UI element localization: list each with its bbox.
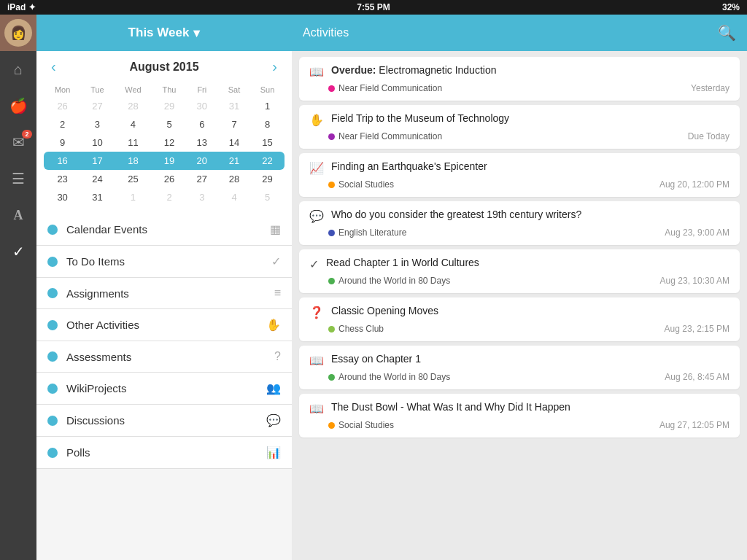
calendar-day[interactable]: 28: [114, 97, 153, 115]
avatar[interactable]: 👩: [0, 15, 36, 51]
filter-dot-wiki: [47, 384, 58, 394]
filter-todo-items[interactable]: To Do Items ✓: [36, 246, 292, 278]
calendar-day[interactable]: 6: [186, 115, 218, 133]
filter-dot-polls: [47, 448, 58, 458]
activity-title: Read Chapter 1 in World Cultures: [326, 257, 729, 268]
polls-icon: 📊: [266, 446, 281, 459]
calendar-day[interactable]: 12: [152, 133, 185, 152]
activity-card[interactable]: ✓Read Chapter 1 in World CulturesAround …: [299, 249, 740, 293]
calendar-day[interactable]: 3: [81, 115, 113, 133]
calendar-day[interactable]: 9: [44, 133, 81, 152]
calendar-day[interactable]: 5: [250, 188, 285, 206]
calendar-day[interactable]: 29: [250, 170, 285, 188]
filter-label-wikiprojects: WikiProjects: [66, 382, 266, 394]
activity-type-icon: 📖: [309, 65, 324, 79]
calendar-day[interactable]: 20: [186, 152, 218, 170]
tag-color-dot: [328, 278, 335, 284]
activity-type-icon: 📖: [309, 402, 324, 416]
calendar-day[interactable]: 24: [81, 170, 113, 188]
font-icon: A: [14, 208, 23, 223]
calendar-day[interactable]: 1: [250, 97, 285, 115]
calendar-day[interactable]: 30: [44, 188, 81, 206]
calendar-day[interactable]: 10: [81, 133, 113, 152]
calendar-day[interactable]: 5: [152, 115, 185, 133]
calendar-day[interactable]: 22: [250, 152, 285, 170]
activity-type-icon: 💬: [309, 209, 324, 223]
calendar-day[interactable]: 14: [218, 133, 250, 152]
discussions-icon: 💬: [266, 413, 281, 427]
filter-label-assignments: Assignments: [66, 287, 274, 300]
calendar-day[interactable]: 23: [44, 170, 81, 188]
calendar-day[interactable]: 29: [152, 97, 185, 115]
sidebar-item-apple[interactable]: 🍎: [0, 88, 36, 124]
this-week-title: This Week: [128, 26, 190, 40]
activity-card[interactable]: ✋Field Trip to the Museum of TechnologyN…: [299, 105, 740, 149]
calendar-day[interactable]: 31: [81, 188, 113, 206]
filter-calendar-events[interactable]: Calendar Events ▦: [36, 214, 292, 246]
sidebar-item-check[interactable]: ✓: [0, 233, 36, 270]
calendar-icon: ▦: [270, 222, 281, 236]
home-icon: ⌂: [14, 61, 23, 78]
next-month-button[interactable]: ›: [265, 58, 285, 75]
calendar-day[interactable]: 16: [44, 152, 81, 170]
calendar-day[interactable]: 3: [186, 188, 218, 206]
calendar-day[interactable]: 18: [114, 152, 153, 170]
filter-wikiprojects[interactable]: WikiProjects 👥: [36, 373, 292, 405]
tag-color-dot: [328, 230, 335, 236]
calendar-day[interactable]: 2: [152, 188, 185, 206]
calendar-day[interactable]: 26: [152, 170, 185, 188]
calendar-day[interactable]: 27: [186, 170, 218, 188]
search-button[interactable]: 🔍: [718, 24, 736, 42]
activity-card[interactable]: ❓Classic Opening MovesChess ClubAug 23, …: [299, 298, 740, 341]
calendar-day[interactable]: 30: [186, 97, 218, 115]
calendar-day[interactable]: 4: [114, 115, 153, 133]
calendar-day[interactable]: 19: [152, 152, 185, 170]
sidebar-item-list[interactable]: ☰: [0, 160, 36, 197]
filter-assignments[interactable]: Assignments ≡: [36, 278, 292, 309]
calendar-day[interactable]: 31: [218, 97, 250, 115]
activity-card[interactable]: 📖Essay on Chapter 1Around the World in 8…: [299, 346, 740, 389]
calendar-day[interactable]: 7: [218, 115, 250, 133]
calendar-day[interactable]: 25: [114, 170, 153, 188]
time-display: 7:55 PM: [357, 2, 390, 12]
sidebar-item-mail[interactable]: ✉ 2: [0, 124, 36, 160]
activity-type-icon: ✓: [309, 257, 319, 271]
calendar-day[interactable]: 17: [81, 152, 113, 170]
tag-label: Social Studies: [338, 179, 394, 190]
icon-sidebar: 👩 ⌂ 🍎 ✉ 2 ☰ A ✓: [0, 15, 36, 560]
calendar-day[interactable]: 8: [250, 115, 285, 133]
calendar-day[interactable]: 1: [114, 188, 153, 206]
sidebar-item-home[interactable]: ⌂: [0, 51, 36, 88]
calendar-day[interactable]: 2: [44, 115, 81, 133]
calendar-day[interactable]: 26: [44, 97, 81, 115]
activity-card[interactable]: 💬Who do you consider the greatest 19th c…: [299, 201, 740, 245]
right-header: Activities 🔍: [292, 15, 747, 51]
filter-discussions[interactable]: Discussions 💬: [36, 405, 292, 437]
filter-other-activities[interactable]: Other Activities ✋: [36, 309, 292, 341]
tag-color-dot: [328, 85, 335, 92]
calendar: ‹ August 2015 › Mon Tue Wed Thu Fri Sat …: [36, 51, 292, 214]
chevron-down-icon: ▾: [193, 26, 200, 41]
col-header-thu: Thu: [152, 82, 185, 97]
activity-card[interactable]: 📖The Dust Bowl - What Was It and Why Did…: [299, 394, 740, 438]
calendar-day[interactable]: 15: [250, 133, 285, 152]
prev-month-button[interactable]: ‹: [44, 58, 63, 75]
activity-title: Overdue: Electromagnetic Induction: [331, 64, 729, 76]
filter-assessments[interactable]: Assessments ?: [36, 341, 292, 373]
activity-card[interactable]: 📈Finding an Earthquake's EpicenterSocial…: [299, 153, 740, 197]
calendar-day[interactable]: 21: [218, 152, 250, 170]
calendar-day[interactable]: 4: [218, 188, 250, 206]
left-header[interactable]: This Week ▾: [36, 15, 292, 51]
sidebar-item-font[interactable]: A: [0, 197, 36, 233]
calendar-day[interactable]: 27: [81, 97, 113, 115]
activity-date: Yesterday: [691, 83, 729, 93]
activity-card[interactable]: 📖Overdue: Electromagnetic InductionNear …: [299, 57, 740, 101]
status-bar: iPad ✦ 7:55 PM 32%: [0, 0, 747, 15]
tag-color-dot: [328, 422, 335, 429]
calendar-day[interactable]: 13: [186, 133, 218, 152]
calendar-day[interactable]: 28: [218, 170, 250, 188]
col-header-sat: Sat: [218, 82, 250, 97]
calendar-day[interactable]: 11: [114, 133, 153, 152]
filter-dot-todo: [47, 257, 58, 267]
filter-polls[interactable]: Polls 📊: [36, 437, 292, 469]
